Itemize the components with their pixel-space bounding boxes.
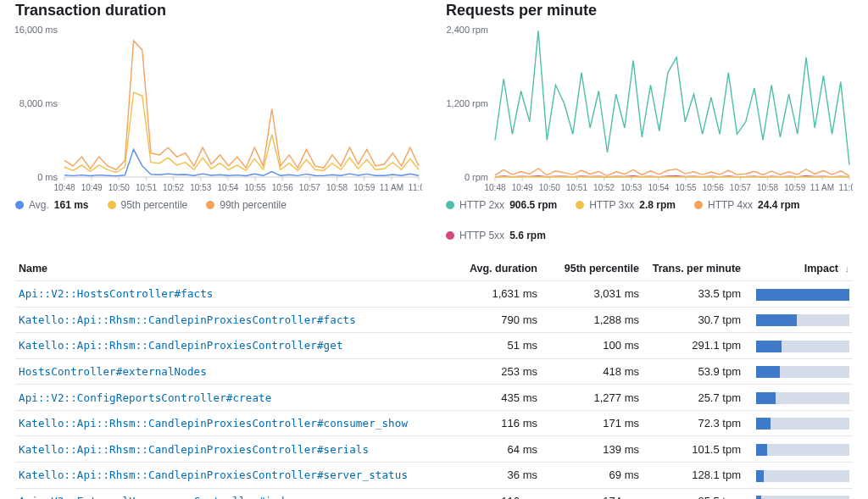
transaction-link[interactable]: Api::V2::ExternalUsergroupsController#in… (19, 495, 298, 499)
transaction-link[interactable]: Api::V2::HostsController#facts (19, 287, 214, 300)
col-avg[interactable]: Avg. duration (439, 257, 541, 281)
transaction-link[interactable]: Katello::Api::Rhsm::CandlepinProxiesCont… (19, 339, 343, 352)
svg-text:8,000 ms: 8,000 ms (19, 98, 58, 108)
svg-text:11 AM: 11 AM (380, 183, 403, 192)
svg-text:10:50: 10:50 (108, 183, 130, 192)
legend-dot-icon (206, 201, 214, 209)
impact-bar (756, 444, 849, 456)
legend-item[interactable]: Avg. 161 ms (15, 199, 89, 211)
svg-text:10:57: 10:57 (299, 183, 320, 192)
legend-item[interactable]: 99th percentile (206, 199, 287, 211)
svg-text:10:51: 10:51 (566, 183, 587, 192)
col-p95[interactable]: 95th percentile (541, 257, 643, 281)
impact-bar (756, 314, 849, 326)
cell-tpm: 101.5 tpm (643, 436, 744, 463)
svg-text:16,000 ms: 16,000 ms (15, 25, 58, 35)
legend-label: 95th percentile (121, 199, 188, 211)
svg-text:0 ms: 0 ms (37, 172, 58, 182)
table-row: Api::V2::HostsController#facts 1,631 ms … (15, 281, 853, 308)
cell-tpm: 30.7 tpm (643, 307, 744, 333)
table-row: HostsController#externalNodes 253 ms 418… (15, 358, 853, 385)
svg-text:10:58: 10:58 (757, 183, 778, 192)
svg-text:10:48: 10:48 (53, 183, 75, 192)
cell-p95: 139 ms (541, 436, 643, 463)
col-impact[interactable]: Impact ↓ (744, 257, 853, 281)
table-row: Api::V2::ExternalUsergroupsController#in… (15, 488, 853, 499)
cell-tpm: 25.7 tpm (643, 385, 744, 411)
legend-item[interactable]: 95th percentile (108, 199, 188, 211)
svg-text:2,400 rpm: 2,400 rpm (446, 25, 488, 35)
legend-item[interactable]: HTTP 4xx 24.4 rpm (694, 199, 799, 211)
col-tpm[interactable]: Trans. per minute (643, 257, 744, 281)
svg-text:10:56: 10:56 (272, 183, 293, 192)
cell-p95: 171 ms (541, 410, 643, 436)
svg-text:11:01: 11:01 (838, 183, 853, 192)
legend-label: HTTP 3xx (589, 199, 634, 211)
transaction-link[interactable]: Katello::Api::Rhsm::CandlepinProxiesCont… (19, 417, 408, 430)
impact-bar (756, 392, 849, 404)
chart-title: Requests per minute (446, 2, 853, 19)
table-row: Api::V2::ConfigReportsController#create … (15, 385, 853, 411)
cell-tpm: 25.5 tpm (643, 488, 744, 499)
svg-text:10:55: 10:55 (245, 183, 266, 192)
impact-bar (756, 496, 849, 499)
cell-p95: 174 ms (541, 488, 643, 499)
legend-item[interactable]: HTTP 5xx 5.6 rpm (446, 230, 546, 241)
svg-text:10:52: 10:52 (593, 183, 615, 192)
cell-avg: 116 ms (439, 488, 541, 499)
svg-text:10:49: 10:49 (81, 183, 103, 192)
svg-text:10:54: 10:54 (217, 183, 238, 192)
legend-label: HTTP 5xx (459, 230, 504, 241)
svg-text:10:48: 10:48 (484, 183, 505, 192)
col-impact-label: Impact (804, 263, 838, 274)
svg-text:10:54: 10:54 (648, 183, 669, 192)
cell-avg: 64 ms (439, 436, 541, 463)
svg-text:10:51: 10:51 (136, 183, 157, 192)
legend-dot-icon (108, 201, 116, 209)
cell-avg: 36 ms (439, 462, 541, 488)
chart-legend: Avg. 161 ms 95th percentile 99th percent… (15, 199, 422, 211)
cell-tpm: 128.1 tpm (643, 462, 744, 488)
cell-avg: 435 ms (439, 385, 541, 411)
legend-dot-icon (446, 201, 454, 209)
svg-text:10:50: 10:50 (539, 183, 560, 192)
transaction-link[interactable]: HostsController#externalNodes (19, 365, 207, 378)
cell-tpm: 291.1 tpm (643, 333, 744, 359)
chart-transaction-duration: Transaction duration 0 ms8,000 ms16,000 … (15, 0, 422, 241)
legend-item[interactable]: HTTP 2xx 906.5 rpm (446, 199, 557, 211)
svg-text:11 AM: 11 AM (810, 183, 834, 192)
chart-legend: HTTP 2xx 906.5 rpm HTTP 3xx 2.8 rpm HTTP… (446, 199, 853, 241)
legend-dot-icon (576, 201, 584, 209)
table-row: Katello::Api::Rhsm::CandlepinProxiesCont… (15, 436, 853, 463)
impact-bar (756, 366, 849, 378)
cell-avg: 116 ms (439, 410, 541, 436)
chart-requests-per-minute: Requests per minute 0 rpm1,200 rpm2,400 … (446, 0, 853, 241)
cell-tpm: 72.3 tpm (643, 410, 744, 436)
cell-avg: 51 ms (439, 333, 541, 359)
legend-dot-icon (15, 201, 24, 209)
legend-item[interactable]: HTTP 3xx 2.8 rpm (576, 199, 676, 211)
table-row: Katello::Api::Rhsm::CandlepinProxiesCont… (15, 462, 853, 488)
cell-p95: 69 ms (541, 462, 643, 488)
legend-value: 906.5 rpm (509, 199, 557, 211)
svg-text:10:49: 10:49 (512, 183, 533, 192)
svg-text:10:56: 10:56 (703, 183, 724, 192)
svg-text:10:59: 10:59 (784, 183, 805, 192)
transaction-link[interactable]: Api::V2::ConfigReportsController#create (19, 391, 271, 404)
col-name[interactable]: Name (15, 257, 439, 281)
cell-p95: 3,031 ms (541, 281, 643, 308)
legend-value: 161 ms (54, 199, 89, 211)
transaction-link[interactable]: Katello::Api::Rhsm::CandlepinProxiesCont… (19, 313, 356, 326)
table-row: Katello::Api::Rhsm::CandlepinProxiesCont… (15, 410, 853, 436)
legend-value: 5.6 rpm (509, 230, 546, 241)
transaction-link[interactable]: Katello::Api::Rhsm::CandlepinProxiesCont… (19, 469, 408, 481)
legend-value: 24.4 rpm (758, 199, 799, 211)
svg-text:1,200 rpm: 1,200 rpm (446, 98, 488, 108)
svg-text:10:55: 10:55 (676, 183, 697, 192)
transaction-link[interactable]: Katello::Api::Rhsm::CandlepinProxiesCont… (19, 443, 369, 456)
cell-tpm: 53.9 tpm (643, 358, 744, 385)
svg-text:10:53: 10:53 (190, 183, 211, 192)
impact-bar (756, 341, 849, 352)
cell-p95: 100 ms (541, 333, 643, 359)
legend-value: 2.8 rpm (639, 199, 676, 211)
